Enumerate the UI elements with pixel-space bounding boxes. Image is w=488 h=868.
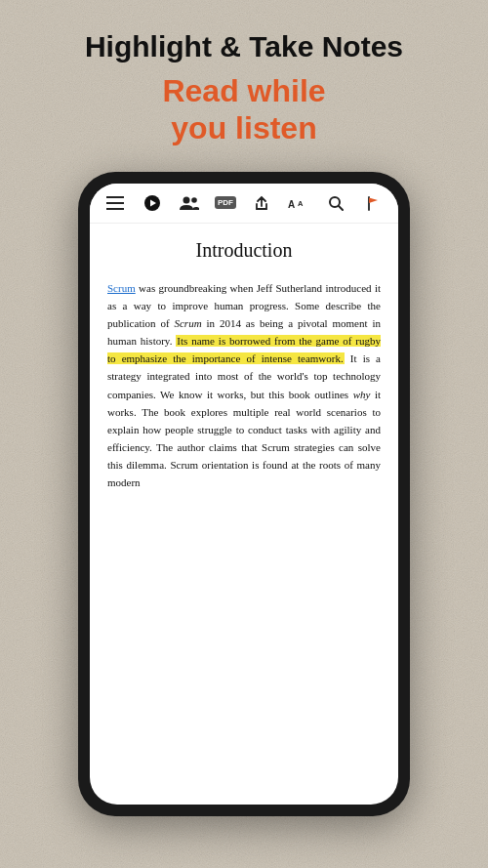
phone-device: PDF A A <box>78 172 410 816</box>
chapter-title: Introduction <box>107 239 381 262</box>
subtitle: Read while you listen <box>20 72 468 147</box>
play-icon[interactable] <box>141 191 164 215</box>
toolbar: PDF A A <box>90 184 398 224</box>
text-italic-why: why <box>353 389 371 400</box>
subtitle-line1: Read while <box>162 73 325 108</box>
svg-rect-2 <box>106 208 124 210</box>
svg-text:A: A <box>298 199 304 208</box>
scrum-link[interactable]: Scrum <box>107 282 136 294</box>
svg-rect-1 <box>106 202 124 204</box>
svg-rect-0 <box>106 196 124 198</box>
svg-text:A: A <box>288 199 295 210</box>
pdf-icon[interactable]: PDF <box>215 196 236 209</box>
page-title: Highlight & Take Notes <box>20 29 468 64</box>
svg-point-6 <box>191 197 197 203</box>
flag-icon[interactable] <box>361 191 385 215</box>
svg-line-10 <box>339 206 343 210</box>
text-italic-scrum: Scrum <box>174 317 201 329</box>
text-segment-4: it works. The book explores multiple rea… <box>107 389 381 489</box>
svg-point-5 <box>183 196 190 203</box>
users-icon[interactable] <box>178 191 201 215</box>
phone-screen: PDF A A <box>90 184 398 805</box>
menu-icon[interactable] <box>103 191 127 215</box>
share-icon[interactable] <box>250 191 273 215</box>
search-icon[interactable] <box>324 191 347 215</box>
content-area: Introduction Scrum was groundbreaking wh… <box>90 224 398 805</box>
book-paragraph: Scrum was groundbreaking when Jeff Suthe… <box>107 279 381 492</box>
font-size-icon[interactable]: A A <box>287 191 310 215</box>
subtitle-line2: you listen <box>171 110 316 145</box>
top-section: Highlight & Take Notes Read while you li… <box>0 0 488 157</box>
